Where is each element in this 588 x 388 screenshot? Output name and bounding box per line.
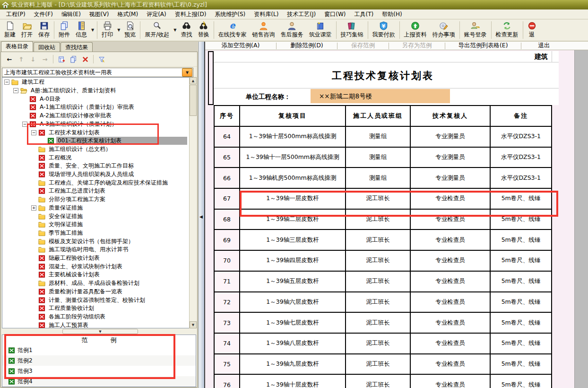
toolbar-button-打开[interactable]: 打开 [18,19,35,41]
menu-item-1[interactable]: 工程(P) [2,9,30,19]
tree-item[interactable]: 隐蔽工程验收计划表 [31,254,187,263]
toolbar-button-附件[interactable]: 附件 [56,19,73,41]
menu-item-6[interactable]: 评定(A) [142,9,171,19]
table-cell[interactable]: 泥工班长 [346,375,410,388]
table-cell[interactable]: 专业检查员 [411,292,490,312]
splitter-collapse-icon[interactable]: ◀ [199,214,203,219]
table-cell[interactable]: 1～39轴四层皮数杆 [240,251,345,271]
action-button-添加空范例(A)[interactable]: 添加空范例(A) [205,42,276,50]
menu-item-4[interactable]: 视图(V) [85,9,113,19]
collapse-expander-icon[interactable]: − [22,122,27,127]
sample-list-item[interactable]: 范例2 [2,355,196,366]
table-cell[interactable]: 5m卷尺、线锤 [491,189,551,209]
row-number-cell[interactable]: 67 [215,189,239,209]
table-cell[interactable]: 5m卷尺、线锤 [491,313,551,333]
down-arrow-icon[interactable]: ↓ [29,55,37,63]
table-cell[interactable]: 泥工班长 [346,230,410,250]
table-cell[interactable]: 专业检查员 [411,375,490,388]
samples-collapse-button[interactable]: ▼ [62,329,138,334]
toolbar-button-查找[interactable]: 查找 [178,19,195,41]
table-cell[interactable]: 专业检查员 [411,230,490,250]
tree-item[interactable]: 施工现场临时用电、用水计算书 [31,246,187,254]
forward-arrow-icon[interactable]: → [41,55,49,63]
tree-item[interactable]: 模板及支架设计书（包括脚手架） [31,237,187,246]
toolbar-button-技巧集锦[interactable]: 技巧集锦 [338,19,366,41]
table-cell[interactable]: 测量组 [346,127,410,147]
tree-item[interactable]: 混凝土、砂浆试块制作计划表 [31,262,187,271]
table-cell[interactable]: 专业检查员 [411,354,490,374]
tree-item[interactable]: A-0目录 [22,95,187,103]
sample-list-item[interactable]: 范例4 [2,376,196,387]
table-cell[interactable]: 5m卷尺、线锤 [491,292,551,312]
menu-item-2[interactable]: 文件(F) [30,9,57,19]
tree-item[interactable]: 原材料、成品、半成品设备检验计划 [31,279,187,288]
toolbar-button-新建[interactable]: 新建 [1,19,18,41]
table-cell[interactable]: 测量组 [346,168,410,188]
tab-表格目录[interactable]: 表格目录 [1,41,33,52]
toolbar-button-账号登录[interactable]: 账号登录 [461,19,490,41]
row-number-cell[interactable]: 74 [215,334,239,353]
expand-expander-icon[interactable]: + [31,205,36,211]
table-cell[interactable]: 1～39轴七层皮数杆 [240,313,345,333]
table-cell[interactable]: 5m卷尺、线锤 [491,230,551,250]
add-table-icon[interactable] [58,55,65,63]
row-number-cell[interactable]: 72 [215,292,239,312]
table-cell[interactable]: 1～39轴十层500mm标高线操测 [240,127,345,147]
table-cell[interactable]: 泥工班长 [346,251,410,271]
toolbar-button-检查更新[interactable]: 检查更新 [493,19,521,41]
table-cell[interactable]: 泥工班长 [346,272,410,291]
table-cell[interactable]: 泥工班长 [346,189,410,209]
table-cell[interactable]: 专业检查员 [411,251,490,271]
toolbar-button-上报资料[interactable]: 上报资料 [401,19,430,41]
menu-item-12[interactable]: 工具(T) [350,9,378,19]
tree-item[interactable]: 工程质量验收计划 [31,304,187,313]
table-cell[interactable]: 专业检查员 [411,313,490,333]
row-number-cell[interactable]: 66 [215,168,239,188]
table-cell[interactable]: 1～39轴机房500mm标高线操测 [240,168,345,188]
toolbar-button-在线找专家[interactable]: e在线找专家 [216,19,250,41]
menu-item-9[interactable]: 资料库(L) [250,9,283,19]
table-cell[interactable]: 1～39轴五层皮数杆 [240,272,345,291]
combo-dropdown-icon[interactable]: ▼ [182,68,192,77]
collapse-expander-icon[interactable]: − [4,79,9,85]
tree-item[interactable]: 工程施工总进度计划表 [31,187,187,195]
table-cell[interactable]: 泥工班长 [346,354,410,374]
toolbar-button-信息[interactable]: 信息 [73,19,90,41]
menu-item-13[interactable]: 帮助(H) [378,9,406,19]
action-button-删除范例(D)[interactable]: 删除范例(D) [277,42,337,50]
table-cell[interactable]: 1～39轴三层皮数杆 [240,230,345,250]
table-cell[interactable]: 泥工班长 [346,334,410,353]
menu-item-3[interactable]: 编辑(E) [57,9,85,19]
copy-icon[interactable] [69,55,77,63]
unit-name-value[interactable]: ××新城二期8号楼 [311,89,450,103]
table-cell[interactable]: 5m卷尺、线锤 [491,251,551,271]
tree-item[interactable]: A-2施工组织设计修改审批表 [22,112,187,120]
table-cell[interactable]: 专业检查员 [411,272,490,291]
table-cell[interactable]: 5m卷尺、线锤 [491,210,551,229]
tree-item[interactable]: +质量保证措施 [31,204,187,212]
tree-item[interactable]: 计量、测量仪器强制性签定、校验计划 [31,296,187,304]
tree-item[interactable]: −建筑工程 [4,78,187,87]
tree-item[interactable]: 分部分项工程施工方案 [31,195,187,204]
table-cell[interactable]: 测量组 [346,148,410,168]
toolbar-button-预览[interactable]: 预览 [121,19,138,41]
delete-x-icon[interactable] [81,55,89,63]
table-cell[interactable]: 专业检查员 [411,210,490,229]
row-number-cell[interactable]: 75 [215,354,239,374]
row-number-cell[interactable]: 71 [215,272,239,291]
tree-item[interactable]: 001-工程技术复核计划表 [40,137,187,145]
table-cell[interactable]: 专业测量员 [411,148,490,168]
collapse-expander-icon[interactable]: − [13,88,18,93]
table-cell[interactable]: 5m卷尺、线锤 [491,272,551,291]
filter-icon[interactable] [98,55,105,63]
action-button-退出[interactable]: 退出 [521,42,567,50]
vertical-splitter[interactable]: ◀ [199,42,204,388]
row-number-cell[interactable]: 68 [215,210,239,229]
tree-item[interactable]: 主要机械设备计划表 [31,271,187,279]
row-number-cell[interactable]: 76 [215,375,239,388]
table-cell[interactable]: 专业测量员 [411,127,490,147]
tree-item[interactable]: −A-3施工组织设计（质量计划） [22,120,187,129]
table-cell[interactable]: 水平仪DZS3-1 [491,148,551,168]
tab-查找结果[interactable]: 查找结果 [61,42,93,52]
menu-item-11[interactable]: 窗口(W) [320,9,350,19]
